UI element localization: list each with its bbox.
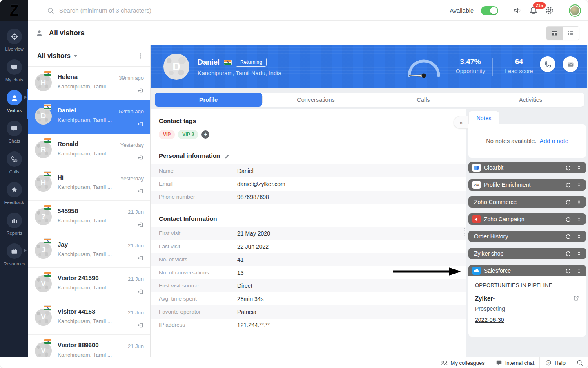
expand-icon[interactable]: [576, 216, 582, 222]
visitor-filter-dropdown[interactable]: All visitors: [37, 52, 71, 60]
enter-icon: [137, 255, 144, 262]
tab-activities[interactable]: Activities: [477, 93, 584, 107]
expand-icon[interactable]: [576, 233, 582, 239]
list-options-menu-icon[interactable]: [137, 52, 145, 60]
availability-toggle[interactable]: [481, 6, 498, 15]
opportunities-heading: OPPORTUNITIES IN PIPELINE: [475, 282, 579, 288]
sidebar-item-chats[interactable]: Chats: [0, 117, 28, 148]
visitor-row[interactable]: V Visitor 44153 21 Jun Kanchipuram, Tami…: [28, 301, 150, 335]
visitor-time: 39min ago: [119, 75, 144, 81]
visitor-avatar: V: [35, 342, 52, 357]
opportunity-date-link[interactable]: 2022-06-30: [475, 316, 504, 323]
zoho-logo[interactable]: Z: [0, 0, 28, 21]
list-view-button[interactable]: [563, 27, 579, 40]
info-row: IP address121.244.**.**: [151, 319, 466, 332]
layout-icon: [551, 29, 558, 37]
add-tag-button[interactable]: +: [201, 130, 209, 139]
lead-score-value: 64: [497, 58, 541, 66]
profile-card: Contact tags VIP VIP 2 + Personal inform…: [151, 109, 466, 357]
widget-zoho-campaign[interactable]: Zoho Campaign: [468, 213, 586, 225]
notifications-button[interactable]: 215: [529, 6, 538, 15]
sidebar-item-live-view[interactable]: Live view: [0, 25, 28, 56]
visitor-row[interactable]: H Hi Yesterday Kanchipuram, Tamil ...: [28, 167, 150, 201]
edit-pencil-icon[interactable]: [224, 153, 230, 159]
internal-chat-button[interactable]: Internal chat: [490, 357, 540, 368]
visitor-row[interactable]: J Jay 21 Jun Kanchipuram, Tamil ...: [28, 234, 150, 268]
info-row: NameDaniel: [151, 164, 466, 177]
notes-tab[interactable]: Notes: [468, 111, 499, 125]
tab-profile[interactable]: Profile: [155, 93, 262, 107]
sidebar-item-my-chats[interactable]: My chats: [0, 56, 28, 86]
user-avatar[interactable]: [569, 4, 581, 17]
visitor-row[interactable]: R Ronald Yesterday Kanchipuram, Tamil ..…: [28, 134, 150, 167]
search-input[interactable]: [59, 7, 272, 14]
sidebar-item-visitors[interactable]: Visitors: [0, 86, 28, 117]
sidebar-item-reports[interactable]: Reports: [0, 209, 28, 240]
call-button[interactable]: [540, 56, 555, 72]
sidebar-item-calls[interactable]: Calls: [0, 148, 28, 178]
refresh-icon[interactable]: [565, 199, 571, 205]
chats-bubble-dots-icon: [11, 125, 18, 132]
grid-view-button[interactable]: [546, 27, 563, 40]
add-note-link[interactable]: Add a note: [540, 138, 568, 144]
widget-profile-enrichment[interactable]: Zia Profile Enrichment: [468, 179, 586, 191]
email-button[interactable]: [563, 56, 578, 72]
visitor-row-selected[interactable]: D Daniel 52min ago Kanchipuram, Tamil ..…: [28, 100, 150, 134]
panel-drag-handle[interactable]: [464, 228, 466, 236]
india-flag-icon: [44, 71, 51, 76]
tab-conversations[interactable]: Conversations: [262, 93, 370, 107]
refresh-icon[interactable]: [565, 182, 571, 188]
footer-search-button[interactable]: [571, 357, 588, 368]
gear-icon[interactable]: [545, 6, 554, 15]
visitor-avatar: V: [35, 309, 52, 326]
visitor-location: Kanchipuram, Tamil ...: [58, 352, 144, 357]
india-flag-icon: [44, 104, 51, 110]
refresh-icon[interactable]: [565, 251, 571, 257]
personal-info-table: NameDaniel Emaildaniel@zylker.com Phone …: [151, 164, 466, 204]
question-icon: [545, 359, 552, 366]
expand-icon[interactable]: [576, 251, 582, 256]
phone-icon: [11, 155, 18, 163]
tab-calls[interactable]: Calls: [370, 93, 477, 107]
divider: [492, 58, 493, 76]
refresh-icon[interactable]: [565, 268, 571, 274]
visitor-time: 52min ago: [119, 108, 144, 114]
visitor-location: Kanchipuram, Tamil ...: [58, 83, 144, 90]
visitor-row[interactable]: V Visitor 241596 21 Jun Kanchipuram, Tam…: [28, 268, 150, 301]
refresh-icon[interactable]: [565, 233, 571, 240]
expand-icon[interactable]: [576, 199, 582, 205]
refresh-icon[interactable]: [565, 165, 571, 171]
my-colleagues-button[interactable]: My colleagues: [435, 357, 490, 368]
external-link-icon[interactable]: [573, 295, 579, 301]
tag-vip[interactable]: VIP: [159, 130, 175, 139]
availability-label: Available: [450, 7, 474, 14]
widget-clearbit[interactable]: Clearbit: [468, 162, 586, 173]
sidebar-item-resources[interactable]: Resources: [0, 240, 28, 270]
expand-icon[interactable]: [576, 165, 582, 171]
visitor-time: 21 Jun: [128, 310, 144, 316]
sidebar-item-feedback[interactable]: Feedback: [0, 178, 28, 209]
live-view-target-icon: [11, 33, 18, 40]
zia-icon: Zia: [472, 181, 481, 189]
divider: [506, 6, 506, 15]
visitor-row[interactable]: ? 545958 21 Jun Kanchipuram, Tamil ...: [28, 201, 150, 234]
expand-icon[interactable]: [576, 182, 582, 188]
visitor-row[interactable]: H Helena 39min ago Kanchipuram, Tamil ..…: [28, 67, 150, 100]
widget-salesforce[interactable]: Salesforce: [468, 265, 586, 276]
tag-vip2[interactable]: VIP 2: [178, 130, 198, 139]
envelope-icon: [567, 61, 575, 68]
chevron-down-icon: [74, 55, 77, 57]
india-flag-icon: [224, 60, 232, 65]
widget-order-history[interactable]: Order History: [468, 231, 586, 242]
opportunity-name: Zylker-: [475, 295, 495, 302]
widget-zoho-commerce[interactable]: Zoho Commerce: [468, 196, 586, 208]
help-button[interactable]: Help: [539, 357, 571, 368]
widget-zylker-shop[interactable]: Zylker shop: [468, 248, 586, 259]
visitor-location: Kanchipuram, Tamil ...: [58, 318, 144, 324]
visitor-row[interactable]: V Visitor 889600 21 Jun Kanchipuram, Tam…: [28, 335, 150, 357]
speaker-icon[interactable]: [513, 7, 522, 14]
collapse-icon[interactable]: [576, 268, 582, 274]
refresh-icon[interactable]: [565, 216, 571, 222]
contact-tags-title: Contact tags: [151, 109, 466, 124]
clearbit-icon: [472, 164, 481, 172]
